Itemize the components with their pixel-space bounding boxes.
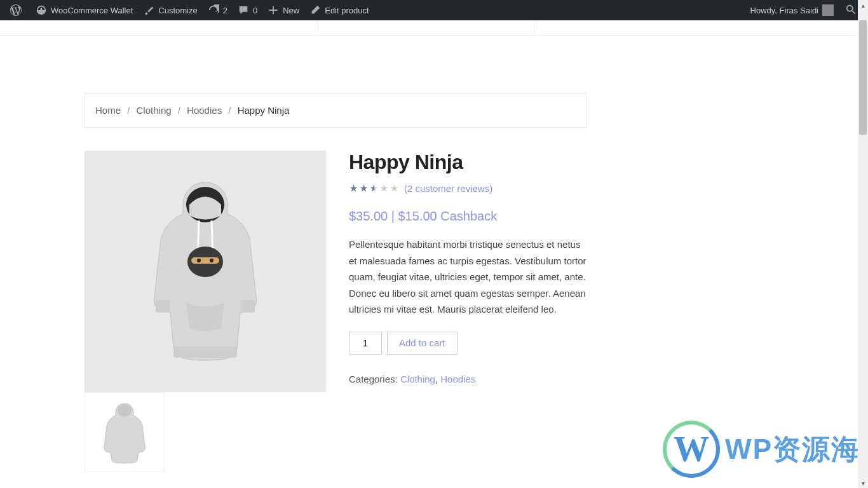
wp-admin-bar: WooCommerce Wallet Customize 2 0 New: [0, 0, 868, 20]
star-empty-icon: [390, 184, 399, 193]
customize-link[interactable]: Customize: [138, 0, 202, 20]
price: $35.00: [349, 209, 388, 223]
product-images: [85, 151, 326, 472]
svg-rect-9: [173, 346, 237, 358]
category-link[interactable]: Hoodies: [440, 374, 475, 384]
admin-bar-left: WooCommerce Wallet Customize 2 0 New: [5, 0, 374, 20]
breadcrumb-clothing[interactable]: Clothing: [137, 105, 172, 116]
svg-point-5: [197, 259, 201, 262]
svg-rect-7: [156, 300, 170, 313]
scroll-down-icon[interactable]: ▾: [858, 478, 868, 488]
breadcrumb-home[interactable]: Home: [95, 105, 121, 116]
price-line: $35.00 | $15.00 Cashback: [349, 209, 587, 224]
site-name-label: WooCommerce Wallet: [51, 6, 133, 15]
customize-label: Customize: [158, 6, 197, 15]
new-label: New: [283, 6, 299, 15]
product-description: Pellentesque habitant morbi tristique se…: [349, 236, 587, 318]
plus-icon: [268, 4, 279, 16]
product-thumbs: [85, 392, 326, 472]
nav-seg: [0, 20, 318, 35]
wordpress-icon: [10, 4, 22, 16]
scrollbar[interactable]: ▴ ▾: [858, 0, 868, 488]
breadcrumb: Home / Clothing / Hoodies / Happy Ninja: [85, 93, 587, 128]
categories-label: Categories:: [349, 374, 400, 384]
comments-count: 0: [253, 6, 257, 15]
category-link[interactable]: Clothing: [400, 374, 435, 384]
page-content: Home / Clothing / Hoodies / Happy Ninja: [85, 36, 783, 488]
dashboard-icon: [36, 4, 47, 16]
brush-icon: [143, 4, 154, 16]
my-account-link[interactable]: Howdy, Firas Saidi: [745, 0, 839, 20]
cart-row: Add to cart: [349, 332, 587, 355]
add-to-cart-button[interactable]: Add to cart: [387, 332, 458, 355]
svg-rect-8: [241, 300, 255, 313]
comments-link[interactable]: 0: [233, 0, 262, 20]
svg-point-6: [210, 259, 214, 262]
cashback: $15.00 Cashback: [398, 209, 498, 223]
categories-line: Categories: Clothing, Hoodies: [349, 374, 587, 384]
comment-icon: [238, 4, 249, 16]
star-rating: [349, 184, 399, 193]
rating-row: (2 customer reviews): [349, 183, 587, 194]
quantity-input[interactable]: [349, 332, 382, 355]
edit-product-link[interactable]: Edit product: [304, 0, 374, 20]
product-thumb[interactable]: [85, 392, 165, 472]
top-nav-strip: [0, 20, 868, 36]
updates-count: 2: [223, 6, 227, 15]
hoodie-illustration: [129, 170, 281, 373]
svg-rect-4: [191, 257, 219, 264]
admin-bar-right: Howdy, Firas Saidi: [745, 0, 863, 20]
cat-sep: ,: [435, 374, 440, 384]
nav-seg: [534, 20, 750, 35]
product-row: Happy Ninja (2 customer reviews) $35.00 …: [85, 151, 587, 472]
star-half-icon: [369, 184, 379, 193]
breadcrumb-hoodies[interactable]: Hoodies: [187, 105, 222, 116]
breadcrumb-sep: /: [228, 105, 231, 116]
breadcrumb-current: Happy Ninja: [238, 105, 290, 116]
reviews-link[interactable]: (2 customer reviews): [404, 183, 492, 194]
updates-link[interactable]: 2: [203, 0, 233, 20]
product-main-image[interactable]: [85, 151, 326, 392]
scrollbar-thumb[interactable]: [859, 20, 867, 135]
nav-seg: [318, 20, 534, 35]
breadcrumb-sep: /: [127, 105, 130, 116]
pencil-icon: [309, 4, 321, 16]
breadcrumb-sep: /: [178, 105, 180, 116]
howdy-text: Howdy, Firas Saidi: [750, 6, 818, 15]
update-icon: [208, 4, 219, 16]
scroll-up-icon[interactable]: ▴: [858, 0, 868, 10]
star-icon: [359, 184, 369, 193]
product-info: Happy Ninja (2 customer reviews) $35.00 …: [349, 151, 587, 472]
wp-logo[interactable]: [5, 0, 31, 20]
site-name-link[interactable]: WooCommerce Wallet: [31, 0, 138, 20]
avatar-icon: [822, 4, 834, 16]
search-icon: [845, 4, 857, 17]
star-empty-icon: [379, 184, 389, 193]
edit-label: Edit product: [325, 6, 369, 15]
price-sep: |: [391, 209, 398, 223]
product-title: Happy Ninja: [349, 151, 587, 174]
svg-point-10: [118, 404, 132, 417]
hoodie-back-icon: [99, 400, 150, 464]
new-content-link[interactable]: New: [262, 0, 304, 20]
star-icon: [349, 184, 358, 193]
